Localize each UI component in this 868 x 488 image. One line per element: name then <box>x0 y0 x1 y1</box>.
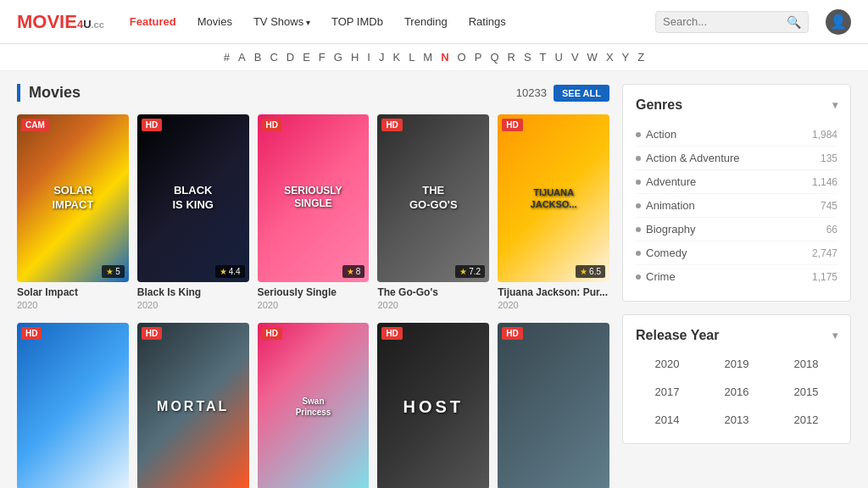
alpha-j[interactable]: J <box>379 51 385 64</box>
year-2018[interactable]: 2018 <box>775 353 837 374</box>
quality-badge: HD <box>262 327 282 340</box>
poster-black: HD BLACKIS KING 4.4 <box>137 114 249 282</box>
release-year-section: Release Year ▾ 2020 2019 2018 2017 2016 … <box>622 314 851 444</box>
genre-biography[interactable]: Biography 66 <box>636 218 837 241</box>
poster-host: HD HOST <box>377 323 489 488</box>
movie-card-gogo[interactable]: HD THEGO-GO'S 7.2 The Go-Go's 2020 <box>377 114 489 310</box>
alpha-s[interactable]: S <box>524 51 531 64</box>
movie-card-tijuana[interactable]: HD TIJUANAJACKSO... 6.5 Tijuana Jackson:… <box>498 114 609 310</box>
movie-title: Seriously Single <box>258 286 370 298</box>
movie-card-blackisking[interactable]: HD BLACKIS KING 4.4 Black Is King 2020 <box>137 114 249 310</box>
chevron-down-icon[interactable]: ▾ <box>832 330 837 341</box>
movie-year: 2020 <box>498 300 609 310</box>
poster-text: BLACKIS KING <box>172 184 213 213</box>
chevron-down-icon[interactable]: ▾ <box>832 99 837 111</box>
site-logo[interactable]: MOVIE4U.cc <box>17 11 104 33</box>
alpha-l[interactable]: L <box>409 51 415 64</box>
alpha-x[interactable]: X <box>606 51 614 64</box>
year-2016[interactable]: 2016 <box>705 381 768 402</box>
alpha-k[interactable]: K <box>392 51 400 64</box>
poster-text: HOST <box>403 396 465 418</box>
movie-card-mortal[interactable]: HD MORTAL Mortal 2020 <box>137 323 249 488</box>
alpha-q[interactable]: Q <box>490 51 498 64</box>
movie-title: Solar Impact <box>17 286 129 298</box>
quality-badge: HD <box>381 119 402 131</box>
section-title: Movies <box>17 84 81 102</box>
alpha-n[interactable]: N <box>441 51 448 64</box>
nav-trending[interactable]: Trending <box>396 10 456 33</box>
movie-card-swan[interactable]: HD SwanPrincess Swan Princess 2020 <box>258 323 370 488</box>
year-2014[interactable]: 2014 <box>636 409 698 430</box>
main-nav: Featured Movies TV Shows TOP IMDb Trendi… <box>121 10 638 33</box>
year-2017[interactable]: 2017 <box>636 381 698 402</box>
quality-badge: HD <box>502 327 522 340</box>
alphabet-bar: # A B C D E F G H I J K L M N O P Q R S … <box>0 44 868 71</box>
movies-grid-row2: HD The Secret 2020 HD MORTAL Mortal 2020… <box>17 323 609 488</box>
alpha-d[interactable]: D <box>287 51 294 64</box>
search-icon[interactable]: 🔍 <box>787 15 801 29</box>
genre-animation[interactable]: Animation 745 <box>636 194 837 218</box>
nav-tvshows[interactable]: TV Shows <box>245 10 319 33</box>
poster-solar: CAM SOLARIMPACT 5 <box>17 114 129 282</box>
alpha-p[interactable]: P <box>475 51 482 64</box>
genre-comedy[interactable]: Comedy 2,747 <box>636 241 837 265</box>
year-2012[interactable]: 2012 <box>775 409 837 430</box>
alpha-u[interactable]: U <box>555 51 563 64</box>
movie-card-single[interactable]: HD SERIOUSLYSINGLE 8 Seriously Single 20… <box>258 114 370 310</box>
poster-tijuana: HD TIJUANAJACKSO... 6.5 <box>498 114 609 282</box>
movie-card-host[interactable]: HD HOST Host 2020 <box>377 323 489 488</box>
alpha-b[interactable]: B <box>254 51 262 64</box>
genre-dot <box>636 203 641 208</box>
year-2019[interactable]: 2019 <box>705 353 768 374</box>
rating-badge: 4.4 <box>215 265 245 278</box>
alpha-f[interactable]: F <box>319 51 326 64</box>
genre-count: 135 <box>821 152 837 164</box>
alpha-o[interactable]: O <box>458 51 466 64</box>
rating-badge: 6.5 <box>576 265 605 278</box>
movie-year: 2020 <box>377 300 489 310</box>
see-all-button[interactable]: SEE ALL <box>554 85 609 102</box>
nav-ratings[interactable]: Ratings <box>460 10 515 33</box>
genre-dot <box>636 274 641 280</box>
alpha-h[interactable]: H <box>351 51 359 64</box>
movie-card-extra[interactable]: HD <box>498 323 609 488</box>
alpha-v[interactable]: V <box>571 51 579 64</box>
movie-card-solar[interactable]: CAM SOLARIMPACT 5 Solar Impact 2020 <box>17 114 129 310</box>
genres-title: Genres ▾ <box>636 97 837 113</box>
quality-badge: HD <box>502 119 522 131</box>
alpha-g[interactable]: G <box>334 51 342 64</box>
alpha-z[interactable]: Z <box>637 51 644 64</box>
alpha-a[interactable]: A <box>238 51 246 64</box>
alpha-t[interactable]: T <box>540 51 547 64</box>
poster-text: THEGO-GO'S <box>409 184 458 213</box>
alpha-y[interactable]: Y <box>622 51 630 64</box>
alpha-m[interactable]: M <box>423 51 432 64</box>
genre-action[interactable]: Action 1,984 <box>636 123 837 147</box>
genre-dot <box>636 180 641 185</box>
movie-card-secret[interactable]: HD The Secret 2020 <box>17 323 129 488</box>
nav-topimdb[interactable]: TOP IMDb <box>323 10 392 33</box>
year-2020[interactable]: 2020 <box>636 353 698 374</box>
alpha-hash[interactable]: # <box>224 51 230 64</box>
nav-featured[interactable]: Featured <box>121 10 185 33</box>
genre-crime[interactable]: Crime 1,175 <box>636 265 837 288</box>
nav-movies[interactable]: Movies <box>189 10 241 33</box>
quality-badge: HD <box>142 327 162 340</box>
alpha-i[interactable]: I <box>367 51 370 64</box>
alpha-e[interactable]: E <box>303 51 310 64</box>
genre-adventure[interactable]: Adventure 1,146 <box>636 170 837 194</box>
poster-mortal: HD MORTAL <box>137 323 249 488</box>
account-icon[interactable]: 👤 <box>826 9 851 35</box>
year-2013[interactable]: 2013 <box>705 409 768 430</box>
alpha-c[interactable]: C <box>270 51 277 64</box>
quality-badge: HD <box>21 327 42 340</box>
alpha-r[interactable]: R <box>508 51 515 64</box>
year-2015[interactable]: 2015 <box>775 381 837 402</box>
alpha-w[interactable]: W <box>587 51 598 64</box>
quality-badge: CAM <box>21 119 49 131</box>
genre-dot <box>636 156 641 161</box>
search-input[interactable] <box>663 15 782 28</box>
genre-count: 2,747 <box>812 247 837 259</box>
rating-badge: 8 <box>342 265 365 278</box>
genre-action-adventure[interactable]: Action & Adventure 135 <box>636 147 837 170</box>
